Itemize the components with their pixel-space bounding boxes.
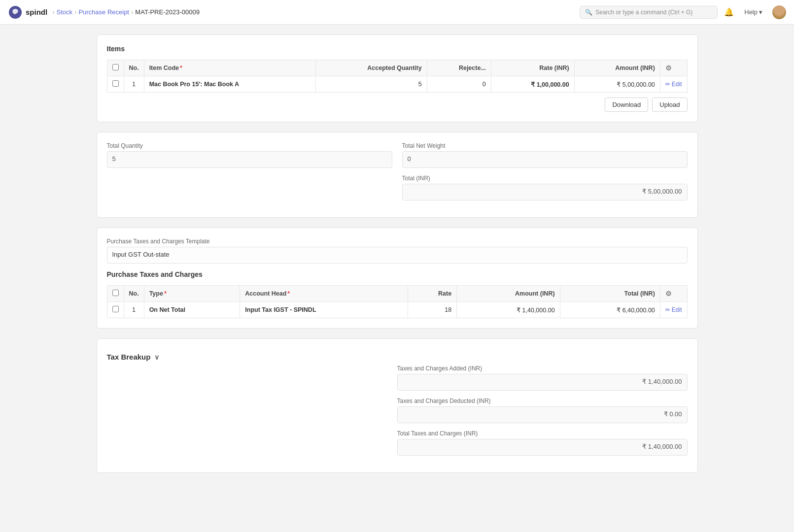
- taxes-th-rate: Rate: [408, 286, 457, 302]
- breadcrumb-purchase-receipt[interactable]: Purchase Receipt: [78, 8, 129, 16]
- items-th-amount: Amount (INR): [574, 60, 660, 76]
- items-select-all-checkbox[interactable]: [112, 64, 119, 70]
- upload-button[interactable]: Upload: [652, 98, 687, 112]
- total-taxes-label: Total Taxes and Charges (INR): [397, 430, 688, 437]
- taxes-th-no: No.: [124, 286, 144, 302]
- items-th-accepted-qty: Accepted Quantity: [316, 60, 427, 76]
- taxes-th-type: Type*: [144, 286, 240, 302]
- account-head-required-star: *: [287, 290, 290, 297]
- taxes-edit-label: Edit: [672, 306, 682, 313]
- items-row-amount: ₹ 5,00,000.00: [574, 76, 660, 93]
- items-edit-label: Edit: [672, 81, 682, 88]
- items-row-edit-button[interactable]: ✏ Edit: [665, 81, 682, 88]
- help-button[interactable]: Help ▾: [740, 6, 766, 18]
- total-net-weight-field: Total Net Weight 0: [402, 142, 688, 168]
- tax-breakup-section: Tax Breakup ∨ Taxes and Charges Added (I…: [97, 338, 698, 473]
- total-net-weight-value: 0: [402, 151, 688, 168]
- items-th-settings: ⚙: [660, 60, 687, 76]
- help-label: Help: [744, 8, 758, 16]
- items-action-buttons: Download Upload: [107, 98, 688, 112]
- help-chevron-icon: ▾: [759, 8, 762, 16]
- item-code-required-star: *: [180, 65, 182, 71]
- logo-area[interactable]: spindl: [8, 5, 47, 20]
- download-button[interactable]: Download: [605, 98, 648, 112]
- taxes-row-checkbox-cell: [107, 302, 124, 318]
- total-inr-value: ₹ 5,00,000.00: [402, 184, 688, 200]
- taxes-table-row: 1 On Net Total Input Tax IGST - SPINDL 1…: [107, 302, 687, 318]
- tax-breakup-header[interactable]: Tax Breakup ∨: [107, 349, 688, 365]
- search-bar[interactable]: 🔍 Search or type a command (Ctrl + G): [580, 6, 718, 19]
- notification-bell-icon[interactable]: 🔔: [724, 7, 734, 18]
- total-taxes-field: Total Taxes and Charges (INR) ₹ 1,40,000…: [397, 430, 688, 456]
- purchase-taxes-section: Purchase Taxes and Charges Template Inpu…: [97, 228, 698, 329]
- breadcrumb-sep-1: ›: [74, 8, 76, 16]
- breadcrumb: › Stock › Purchase Receipt › MAT-PRE-202…: [52, 8, 200, 16]
- items-table-row: 1 Mac Book Pro 15': Mac Book A 5 0 ₹ 1,0…: [107, 76, 687, 93]
- tax-breakup-title: Tax Breakup: [107, 353, 151, 361]
- breadcrumb-stock[interactable]: Stock: [57, 8, 73, 16]
- taxes-select-all-checkbox[interactable]: [112, 290, 119, 296]
- avatar[interactable]: [772, 5, 786, 19]
- total-net-weight-label: Total Net Weight: [402, 142, 688, 149]
- breadcrumb-sep-2: ›: [131, 8, 133, 16]
- items-th-checkbox: [107, 60, 124, 76]
- tax-breakup-content: Taxes and Charges Added (INR) ₹ 1,40,000…: [107, 365, 688, 463]
- totals-two-col: Total Quantity 5 Total Net Weight 0 Tota…: [107, 142, 688, 207]
- items-section-title: Items: [107, 45, 688, 53]
- taxes-th-checkbox: [107, 286, 124, 302]
- items-row-no: 1: [124, 76, 144, 93]
- taxes-gear-icon[interactable]: ⚙: [665, 290, 672, 298]
- taxes-deducted-field: Taxes and Charges Deducted (INR) ₹ 0.00: [397, 398, 688, 423]
- search-placeholder: Search or type a command (Ctrl + G): [595, 9, 692, 16]
- search-icon: 🔍: [585, 9, 592, 16]
- logo-text: spindl: [26, 8, 47, 16]
- taxes-th-account-head: Account Head*: [240, 286, 408, 302]
- items-row-edit-cell: ✏ Edit: [660, 76, 687, 93]
- purchase-taxes-charges-label: Purchase Taxes and Charges: [107, 270, 688, 278]
- items-table: No. Item Code* Accepted Quantity Rejecte…: [107, 60, 688, 93]
- avatar-image: [772, 5, 786, 19]
- taxes-added-field: Taxes and Charges Added (INR) ₹ 1,40,000…: [397, 365, 688, 391]
- taxes-deducted-value: ₹ 0.00: [397, 406, 688, 423]
- total-quantity-value: 5: [107, 151, 392, 168]
- taxes-row-edit-button[interactable]: ✏ Edit: [665, 306, 682, 313]
- totals-col-right: Total Net Weight 0 Total (INR) ₹ 5,00,00…: [402, 142, 688, 207]
- taxes-edit-pencil-icon: ✏: [665, 306, 670, 313]
- total-quantity-field: Total Quantity 5: [107, 142, 392, 168]
- items-row-accepted-qty: 5: [316, 76, 427, 93]
- items-row-item-code: Mac Book Pro 15': Mac Book A: [144, 76, 316, 93]
- items-row-rejected-qty: 0: [427, 76, 491, 93]
- items-th-rejected-qty: Rejecte...: [427, 60, 491, 76]
- items-gear-icon[interactable]: ⚙: [665, 64, 672, 72]
- purchase-taxes-template-field: Purchase Taxes and Charges Template Inpu…: [107, 238, 688, 264]
- taxes-row-rate: 18: [408, 302, 457, 318]
- taxes-th-settings: ⚙: [660, 286, 687, 302]
- taxes-th-total: Total (INR): [560, 286, 660, 302]
- main-content: Items No. Item Code* Accepted Quantity R…: [77, 25, 718, 493]
- taxes-row-amount: ₹ 1,40,000.00: [457, 302, 560, 318]
- purchase-taxes-template-value[interactable]: Input GST Out-state: [107, 247, 688, 264]
- taxes-row-edit-cell: ✏ Edit: [660, 302, 687, 318]
- total-inr-field: Total (INR) ₹ 5,00,000.00: [402, 175, 688, 200]
- taxes-row-total: ₹ 6,40,000.00: [560, 302, 660, 318]
- purchase-taxes-template-label: Purchase Taxes and Charges Template: [107, 238, 688, 245]
- items-th-rate: Rate (INR): [491, 60, 574, 76]
- edit-pencil-icon: ✏: [665, 81, 670, 88]
- items-row-rate: ₹ 1,00,000.00: [491, 76, 574, 93]
- taxes-added-label: Taxes and Charges Added (INR): [397, 365, 688, 372]
- total-inr-label: Total (INR): [402, 175, 688, 182]
- items-row-checkbox[interactable]: [112, 80, 119, 87]
- purchase-taxes-table: No. Type* Account Head* Rate Amount (INR…: [107, 285, 688, 318]
- total-quantity-label: Total Quantity: [107, 142, 392, 149]
- items-th-item-code: Item Code*: [144, 60, 316, 76]
- taxes-row-type: On Net Total: [144, 302, 240, 318]
- items-row-checkbox-cell: [107, 76, 124, 93]
- totals-section: Total Quantity 5 Total Net Weight 0 Tota…: [97, 132, 698, 218]
- logo-icon: [8, 5, 23, 20]
- taxes-row-account-head: Input Tax IGST - SPINDL: [240, 302, 408, 318]
- tax-breakup-chevron-icon: ∨: [154, 353, 159, 361]
- type-required-star: *: [164, 290, 167, 297]
- taxes-row-checkbox[interactable]: [112, 306, 119, 312]
- total-taxes-value: ₹ 1,40,000.00: [397, 439, 688, 456]
- taxes-added-value: ₹ 1,40,000.00: [397, 374, 688, 391]
